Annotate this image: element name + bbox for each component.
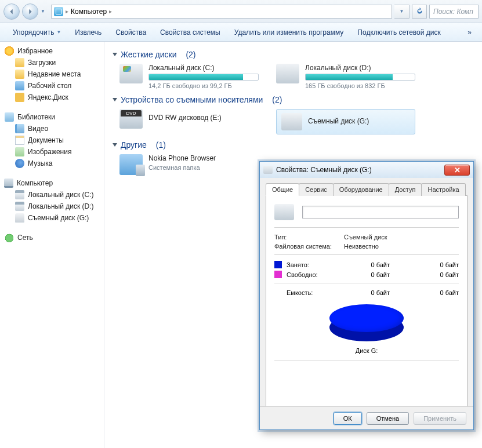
refresh-icon bbox=[416, 8, 423, 15]
sidebar-item-yandex-disk[interactable]: Яндекс.Диск bbox=[2, 92, 102, 103]
tab-tools[interactable]: Сервис bbox=[299, 183, 334, 196]
capacity-text: 14,2 ГБ свободно из 99,2 ГБ bbox=[148, 82, 259, 89]
drive-icon bbox=[119, 64, 143, 83]
drive-g-selected[interactable]: Съемный диск (G:) bbox=[276, 109, 415, 134]
drive-icon bbox=[263, 166, 273, 174]
drive-d[interactable]: Локальный диск (D:) 165 ГБ свободно из 8… bbox=[276, 64, 415, 89]
usage-pie-chart bbox=[329, 304, 404, 344]
map-drive-button[interactable]: Подключить сетевой диск bbox=[350, 23, 447, 41]
sidebar-item-pictures[interactable]: Изображения bbox=[2, 146, 102, 158]
dialog-footer: ОК Отмена Применить bbox=[260, 406, 473, 429]
tab-sharing[interactable]: Доступ bbox=[389, 183, 422, 196]
drive-name: Съемный диск (G:) bbox=[308, 117, 369, 125]
refresh-button[interactable]: ▼ bbox=[394, 5, 409, 19]
tab-hardware[interactable]: Оборудование bbox=[333, 183, 389, 196]
computer-heading[interactable]: Компьютер bbox=[2, 177, 102, 189]
usage-used: Занято:0 байт0 байт bbox=[274, 261, 459, 268]
item-name: Nokia Phone Browser bbox=[148, 154, 216, 162]
folder-icon bbox=[15, 70, 24, 79]
favorites-heading[interactable]: Избранное bbox=[2, 45, 102, 57]
section-hard-disks[interactable]: Жесткие диски (2) bbox=[113, 50, 474, 59]
image-icon bbox=[15, 147, 24, 156]
dvd-icon bbox=[119, 109, 143, 129]
star-icon bbox=[5, 46, 14, 56]
network-heading[interactable]: Сеть bbox=[2, 232, 102, 243]
sidebar-item-drive-g[interactable]: Съемный диск (G:) bbox=[2, 212, 102, 224]
toolbar-overflow[interactable]: » bbox=[463, 23, 476, 41]
libraries-icon bbox=[5, 112, 14, 122]
free-swatch bbox=[274, 271, 282, 278]
drive-dvd[interactable]: DVD RW дисковод (E:) bbox=[119, 109, 259, 134]
ok-button[interactable]: ОК bbox=[334, 412, 362, 425]
phone-browser-icon bbox=[119, 154, 143, 175]
history-dropdown[interactable]: ▼ bbox=[41, 9, 49, 14]
dialog-titlebar[interactable]: Свойства: Съемный диск (G:) ✕ bbox=[260, 162, 473, 178]
video-icon bbox=[15, 124, 24, 133]
system-properties-button[interactable]: Свойства системы bbox=[153, 23, 227, 41]
drive-icon bbox=[276, 64, 299, 83]
usage-free: Свободно:0 байт0 байт bbox=[274, 271, 459, 278]
properties-dialog: Свойства: Съемный диск (G:) ✕ Общие Серв… bbox=[259, 161, 474, 430]
computer-icon bbox=[54, 7, 63, 16]
usb-icon bbox=[15, 213, 24, 223]
capacity-bar bbox=[305, 74, 415, 81]
desktop-icon bbox=[15, 81, 24, 90]
type-label: Тип: bbox=[274, 234, 344, 241]
sidebar-item-desktop[interactable]: Рабочий стол bbox=[2, 80, 102, 92]
uninstall-button[interactable]: Удалить или изменить программу bbox=[227, 23, 351, 41]
forward-button[interactable] bbox=[22, 3, 38, 20]
drive-name: Локальный диск (D:) bbox=[305, 64, 415, 72]
sidebar-item-downloads[interactable]: Загрузки bbox=[2, 57, 102, 68]
sidebar-item-videos[interactable]: Видео bbox=[2, 123, 102, 134]
tab-customize[interactable]: Настройка bbox=[421, 183, 465, 196]
used-swatch bbox=[274, 261, 282, 268]
tab-general[interactable]: Общие bbox=[266, 183, 299, 196]
sidebar-item-documents[interactable]: Документы bbox=[2, 134, 102, 146]
collapse-icon bbox=[113, 53, 117, 56]
close-button[interactable]: ✕ bbox=[444, 165, 470, 176]
yandex-icon bbox=[15, 93, 24, 102]
refresh-button-2[interactable] bbox=[412, 5, 427, 19]
organize-menu[interactable]: Упорядочить▼ bbox=[6, 23, 68, 41]
search-input[interactable]: Поиск: Комп bbox=[429, 5, 479, 19]
document-icon bbox=[15, 136, 24, 145]
command-bar: Упорядочить▼ Извлечь Свойства Свойства с… bbox=[0, 23, 482, 42]
tab-strip: Общие Сервис Оборудование Доступ Настрой… bbox=[266, 183, 467, 196]
libraries-heading[interactable]: Библиотеки bbox=[2, 111, 102, 123]
type-value: Съемный диск bbox=[344, 234, 387, 241]
drive-label-input[interactable] bbox=[302, 206, 459, 218]
folder-icon bbox=[15, 58, 24, 67]
drive-c[interactable]: Локальный диск (C:) 14,2 ГБ свободно из … bbox=[119, 64, 259, 89]
computer-icon bbox=[4, 179, 13, 188]
breadcrumb-sep: ▸ bbox=[66, 8, 68, 14]
collapse-icon bbox=[113, 143, 117, 147]
cancel-button[interactable]: Отмена bbox=[367, 412, 409, 425]
removable-icon bbox=[281, 113, 302, 130]
section-other[interactable]: Другие (1) bbox=[113, 140, 474, 150]
capacity-text: 165 ГБ свободно из 832 ГБ bbox=[305, 82, 415, 89]
apply-button[interactable]: Применить bbox=[414, 412, 466, 425]
breadcrumb-location[interactable]: Компьютер bbox=[71, 8, 107, 16]
fs-label: Файловая система: bbox=[274, 243, 344, 250]
drive-name: DVD RW дисковод (E:) bbox=[148, 114, 259, 122]
capacity-bar bbox=[148, 74, 259, 81]
extract-button[interactable]: Извлечь bbox=[68, 23, 108, 41]
dialog-title: Свойства: Съемный диск (G:) bbox=[276, 166, 372, 174]
item-subtitle: Системная папка bbox=[148, 164, 216, 171]
properties-button[interactable]: Свойства bbox=[108, 23, 153, 41]
navigation-bar: ▼ ▸ Компьютер ▸ ▼ Поиск: Комп bbox=[0, 0, 482, 23]
drive-icon bbox=[15, 190, 24, 199]
drive-name: Локальный диск (C:) bbox=[148, 64, 259, 72]
address-bar[interactable]: ▸ Компьютер ▸ bbox=[51, 5, 392, 19]
collapse-icon bbox=[113, 98, 117, 101]
sidebar-item-music[interactable]: Музыка bbox=[2, 158, 102, 169]
disk-label: Диск G: bbox=[274, 347, 459, 354]
sidebar-item-recent[interactable]: Недавние места bbox=[2, 68, 102, 80]
breadcrumb-sep[interactable]: ▸ bbox=[109, 8, 112, 14]
back-button[interactable] bbox=[3, 3, 20, 20]
section-removable[interactable]: Устройства со съемными носителями (2) bbox=[113, 95, 474, 104]
sidebar-item-drive-d[interactable]: Локальный диск (D:) bbox=[2, 201, 102, 212]
sidebar-item-drive-c[interactable]: Локальный диск (C:) bbox=[2, 189, 102, 201]
navigation-pane: Избранное Загрузки Недавние места Рабочи… bbox=[0, 42, 104, 448]
music-icon bbox=[15, 159, 24, 168]
